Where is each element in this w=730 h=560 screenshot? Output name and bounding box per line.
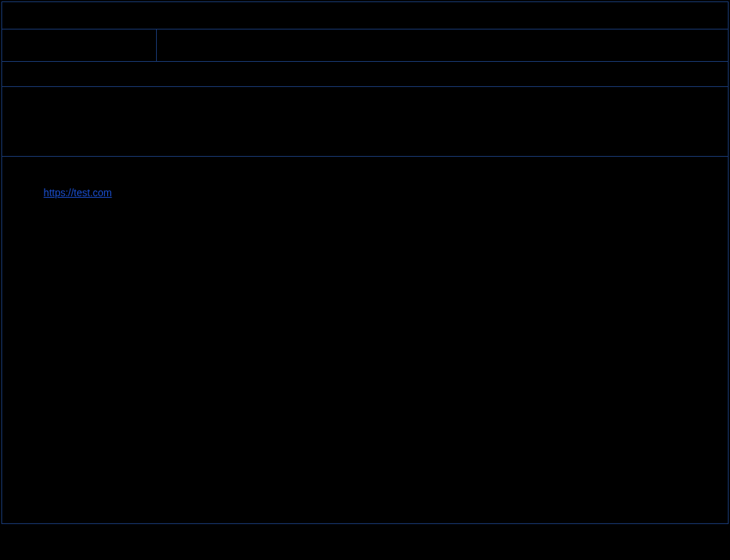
purpose-label: Purpose:	[12, 68, 56, 80]
item-a-text: test	[22, 187, 43, 198]
body-row: IV. A. test https://test.com	[2, 157, 728, 523]
test-link[interactable]: https://test.com	[44, 187, 112, 198]
header-row: NIST MODERATE SECURITY COMPLIANCE POLICY	[2, 2, 728, 29]
policy-table: NIST MODERATE SECURITY COMPLIANCE POLICY…	[1, 1, 729, 524]
organization-row: Organization:	[2, 29, 728, 62]
scope-text-before: This policy applies to all	[12, 117, 122, 129]
item-a: A. test https://test.com	[12, 185, 718, 201]
policy-title: NIST MODERATE SECURITY COMPLIANCE POLICY	[12, 9, 277, 22]
scope-row: Scope: This policy applies to all system…	[2, 87, 728, 157]
purpose-row: Purpose:	[2, 62, 728, 87]
item-a-label: A.	[12, 187, 22, 198]
organization-value	[157, 29, 728, 61]
section-iv-label: IV.	[12, 167, 718, 178]
scope-label: Scope:	[12, 97, 718, 109]
scope-text: This policy applies to all systems and s…	[12, 116, 718, 146]
organization-label: Organization:	[2, 29, 157, 61]
